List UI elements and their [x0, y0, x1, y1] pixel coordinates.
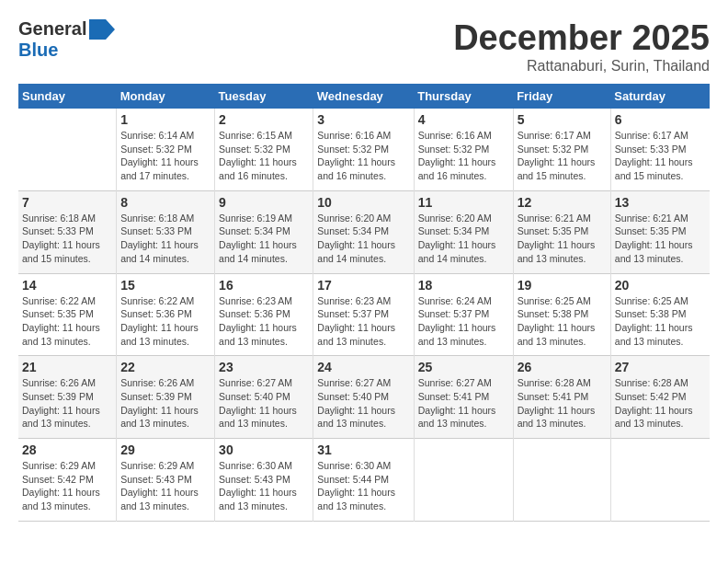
day-number: 15	[120, 278, 210, 293]
day-info: Sunrise: 6:28 AM Sunset: 5:42 PM Dayligh…	[615, 376, 706, 431]
day-number: 14	[22, 278, 112, 293]
day-number: 3	[317, 112, 409, 127]
day-info: Sunrise: 6:19 AM Sunset: 5:34 PM Dayligh…	[219, 212, 309, 266]
day-number: 4	[418, 112, 509, 127]
day-cell: 26Sunrise: 6:28 AM Sunset: 5:41 PM Dayli…	[513, 356, 610, 439]
day-cell: 20Sunrise: 6:25 AM Sunset: 5:38 PM Dayli…	[610, 273, 710, 356]
day-info: Sunrise: 6:30 AM Sunset: 5:43 PM Dayligh…	[219, 459, 309, 513]
weekday-tuesday: Tuesday	[215, 84, 313, 109]
day-cell: 12Sunrise: 6:21 AM Sunset: 5:35 PM Dayli…	[513, 190, 610, 273]
day-number: 17	[317, 278, 409, 293]
day-number: 30	[219, 442, 309, 457]
day-info: Sunrise: 6:27 AM Sunset: 5:41 PM Dayligh…	[418, 376, 509, 431]
day-cell	[513, 439, 610, 522]
day-cell: 19Sunrise: 6:25 AM Sunset: 5:38 PM Dayli…	[513, 273, 610, 356]
week-row-4: 21Sunrise: 6:26 AM Sunset: 5:39 PM Dayli…	[18, 356, 710, 439]
day-number: 28	[22, 442, 112, 457]
day-number: 11	[418, 195, 509, 210]
day-number: 7	[22, 195, 112, 210]
day-number: 12	[518, 195, 607, 210]
day-cell: 22Sunrise: 6:26 AM Sunset: 5:39 PM Dayli…	[117, 356, 215, 439]
week-row-2: 7Sunrise: 6:18 AM Sunset: 5:33 PM Daylig…	[18, 190, 710, 273]
day-info: Sunrise: 6:17 AM Sunset: 5:33 PM Dayligh…	[615, 129, 706, 183]
day-info: Sunrise: 6:15 AM Sunset: 5:32 PM Dayligh…	[219, 129, 309, 183]
day-info: Sunrise: 6:23 AM Sunset: 5:37 PM Dayligh…	[317, 294, 409, 349]
weekday-thursday: Thursday	[414, 84, 513, 109]
day-number: 26	[518, 360, 607, 374]
day-number: 27	[615, 360, 706, 374]
weekday-header-row: SundayMondayTuesdayWednesdayThursdayFrid…	[18, 84, 710, 109]
day-cell: 8Sunrise: 6:18 AM Sunset: 5:33 PM Daylig…	[117, 190, 215, 273]
day-info: Sunrise: 6:24 AM Sunset: 5:37 PM Dayligh…	[418, 294, 509, 349]
day-number: 9	[219, 195, 309, 210]
day-number: 24	[317, 360, 409, 374]
page-header: General Blue December 2025 Rattanaburi, …	[18, 18, 710, 75]
day-cell: 2Sunrise: 6:15 AM Sunset: 5:32 PM Daylig…	[215, 109, 313, 190]
day-cell: 13Sunrise: 6:21 AM Sunset: 5:35 PM Dayli…	[610, 190, 710, 273]
day-cell	[610, 439, 710, 522]
day-cell: 9Sunrise: 6:19 AM Sunset: 5:34 PM Daylig…	[215, 190, 313, 273]
day-number: 22	[120, 360, 210, 374]
week-row-3: 14Sunrise: 6:22 AM Sunset: 5:35 PM Dayli…	[18, 273, 710, 356]
day-cell: 11Sunrise: 6:20 AM Sunset: 5:34 PM Dayli…	[414, 190, 513, 273]
day-number: 16	[219, 278, 309, 293]
day-cell: 30Sunrise: 6:30 AM Sunset: 5:43 PM Dayli…	[215, 439, 313, 522]
day-cell: 24Sunrise: 6:27 AM Sunset: 5:40 PM Dayli…	[313, 356, 414, 439]
day-cell: 17Sunrise: 6:23 AM Sunset: 5:37 PM Dayli…	[313, 273, 414, 356]
logo: General Blue	[18, 18, 115, 61]
day-info: Sunrise: 6:14 AM Sunset: 5:32 PM Dayligh…	[120, 129, 210, 183]
day-cell: 7Sunrise: 6:18 AM Sunset: 5:33 PM Daylig…	[18, 190, 117, 273]
day-number: 31	[317, 442, 409, 457]
location-title: Rattanaburi, Surin, Thailand	[453, 58, 710, 75]
weekday-sunday: Sunday	[18, 84, 117, 109]
day-info: Sunrise: 6:16 AM Sunset: 5:32 PM Dayligh…	[317, 129, 409, 183]
day-info: Sunrise: 6:25 AM Sunset: 5:38 PM Dayligh…	[518, 294, 607, 349]
day-info: Sunrise: 6:20 AM Sunset: 5:34 PM Dayligh…	[317, 212, 409, 266]
day-info: Sunrise: 6:21 AM Sunset: 5:35 PM Dayligh…	[518, 212, 607, 266]
day-number: 29	[120, 442, 210, 457]
day-info: Sunrise: 6:16 AM Sunset: 5:32 PM Dayligh…	[418, 129, 509, 183]
weekday-saturday: Saturday	[610, 84, 710, 109]
day-number: 19	[518, 278, 607, 293]
day-number: 10	[317, 195, 409, 210]
logo-blue-text: Blue	[18, 40, 58, 60]
day-cell: 3Sunrise: 6:16 AM Sunset: 5:32 PM Daylig…	[313, 109, 414, 190]
day-cell: 31Sunrise: 6:30 AM Sunset: 5:44 PM Dayli…	[313, 439, 414, 522]
day-cell	[18, 109, 117, 190]
day-info: Sunrise: 6:27 AM Sunset: 5:40 PM Dayligh…	[219, 376, 309, 431]
day-info: Sunrise: 6:20 AM Sunset: 5:34 PM Dayligh…	[418, 212, 509, 266]
day-cell: 28Sunrise: 6:29 AM Sunset: 5:42 PM Dayli…	[18, 439, 117, 522]
day-cell: 6Sunrise: 6:17 AM Sunset: 5:33 PM Daylig…	[610, 109, 710, 190]
day-number: 13	[615, 195, 706, 210]
day-cell: 5Sunrise: 6:17 AM Sunset: 5:32 PM Daylig…	[513, 109, 610, 190]
day-info: Sunrise: 6:27 AM Sunset: 5:40 PM Dayligh…	[317, 376, 409, 431]
day-cell: 29Sunrise: 6:29 AM Sunset: 5:43 PM Dayli…	[117, 439, 215, 522]
day-info: Sunrise: 6:26 AM Sunset: 5:39 PM Dayligh…	[22, 376, 112, 431]
day-cell: 15Sunrise: 6:22 AM Sunset: 5:36 PM Dayli…	[117, 273, 215, 356]
day-info: Sunrise: 6:29 AM Sunset: 5:43 PM Dayligh…	[120, 459, 210, 513]
day-number: 1	[120, 112, 210, 127]
day-info: Sunrise: 6:30 AM Sunset: 5:44 PM Dayligh…	[317, 459, 409, 513]
day-number: 20	[615, 278, 706, 293]
day-cell: 21Sunrise: 6:26 AM Sunset: 5:39 PM Dayli…	[18, 356, 117, 439]
svg-marker-0	[89, 19, 115, 40]
day-number: 25	[418, 360, 509, 374]
weekday-monday: Monday	[117, 84, 215, 109]
day-info: Sunrise: 6:21 AM Sunset: 5:35 PM Dayligh…	[615, 212, 706, 266]
day-cell: 27Sunrise: 6:28 AM Sunset: 5:42 PM Dayli…	[610, 356, 710, 439]
day-number: 2	[219, 112, 309, 127]
day-info: Sunrise: 6:26 AM Sunset: 5:39 PM Dayligh…	[120, 376, 210, 431]
title-block: December 2025 Rattanaburi, Surin, Thaila…	[453, 18, 710, 75]
day-info: Sunrise: 6:28 AM Sunset: 5:41 PM Dayligh…	[518, 376, 607, 431]
day-info: Sunrise: 6:29 AM Sunset: 5:42 PM Dayligh…	[22, 459, 112, 513]
day-cell: 18Sunrise: 6:24 AM Sunset: 5:37 PM Dayli…	[414, 273, 513, 356]
week-row-5: 28Sunrise: 6:29 AM Sunset: 5:42 PM Dayli…	[18, 439, 710, 522]
day-number: 5	[518, 112, 607, 127]
calendar-table: SundayMondayTuesdayWednesdayThursdayFrid…	[18, 84, 710, 522]
day-number: 21	[22, 360, 112, 374]
day-number: 8	[120, 195, 210, 210]
day-number: 23	[219, 360, 309, 374]
day-cell: 16Sunrise: 6:23 AM Sunset: 5:36 PM Dayli…	[215, 273, 313, 356]
day-info: Sunrise: 6:18 AM Sunset: 5:33 PM Dayligh…	[22, 212, 112, 266]
logo-general-text: General	[18, 18, 86, 40]
